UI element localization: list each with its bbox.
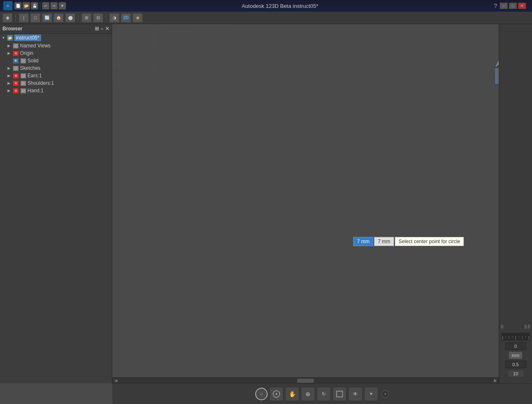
- browser-ctrl-icon1[interactable]: ⊞: [95, 26, 99, 32]
- measurement-tooltip: Select center point for circle: [395, 237, 464, 246]
- tree-item-solid[interactable]: 👁 □ Solid: [0, 57, 112, 64]
- tree-item-hand[interactable]: ▶ ✕ □ Hand:1: [0, 87, 112, 94]
- tb-shade1[interactable]: ◑: [109, 13, 119, 22]
- measurement-value1[interactable]: 7 mm: [353, 237, 373, 246]
- maximize-button[interactable]: □: [509, 2, 517, 9]
- svg-rect-36: [337, 391, 342, 397]
- sketches-label: Sketches: [20, 65, 40, 71]
- hand-icon: ✕: [13, 88, 19, 94]
- measurement-overlay: 7 mm 7 mm Select center point for circle: [353, 237, 464, 246]
- svg-point-35: [276, 393, 277, 395]
- shoulders-box-icon: □: [20, 81, 26, 86]
- ruler-input1[interactable]: 0: [505, 342, 526, 350]
- sketches-icon: □: [13, 66, 19, 71]
- tree-item-shoulders[interactable]: ▶ ✕ □ Shoulders:1: [0, 79, 112, 87]
- browser-title: Browser: [2, 26, 22, 32]
- redo-button[interactable]: ↪: [50, 2, 58, 10]
- solid-eye-icon: 👁: [13, 58, 19, 64]
- browser-header: Browser ⊞ – ✕: [0, 24, 112, 34]
- tb-star[interactable]: ★: [133, 13, 143, 22]
- origin-icon: ✕: [13, 51, 19, 56]
- expand-icon-sketches: ▶: [7, 66, 12, 70]
- ruler-section: 0 3.5 0 mm 0.5 10: [499, 323, 532, 377]
- tree-item-root[interactable]: ▼ 📁 instruct05*: [0, 34, 112, 42]
- ruler-input2[interactable]: 0.5: [505, 361, 526, 368]
- ears-box-icon: □: [20, 73, 26, 79]
- measurement-value2: 7 mm: [374, 237, 394, 246]
- more-button[interactable]: ▼: [59, 2, 66, 10]
- tb-action3[interactable]: 🔄: [42, 13, 52, 22]
- expand-icon-shoulders: ▶: [7, 81, 12, 85]
- ears-label: Ears:1: [27, 73, 42, 79]
- circle-tool-button[interactable]: [269, 387, 283, 401]
- right-panel: 0 3.5 0 mm 0.5 10: [499, 24, 532, 383]
- expand-icon-root: ▼: [2, 36, 6, 40]
- orbit-button[interactable]: ↻: [317, 387, 331, 401]
- help-icon[interactable]: ?: [494, 2, 497, 9]
- scale-value: 10: [507, 370, 524, 377]
- hand-box-icon: □: [20, 88, 26, 94]
- main-canvas[interactable]: TOP FRONT RIGHT 7 mm 7 mm Select center …: [112, 24, 532, 383]
- root-label: instruct05*: [14, 34, 41, 41]
- tree-item-sketches[interactable]: ▶ □ Sketches: [0, 64, 112, 72]
- bottom-scrollbar[interactable]: ◀ ▶: [112, 377, 499, 383]
- title-bar: A 📄 📂 💾 ↩ ↪ ▼ Autodesk 123D Beta instruc…: [0, 0, 532, 12]
- minimize-button[interactable]: –: [500, 2, 508, 9]
- shoulders-label: Shoulders:1: [27, 80, 54, 86]
- secondary-toolbar: ◉ | ⬡ 🔄 🏠 ⬤ ⊞ ⊟ ◑ 2D ★: [0, 12, 532, 24]
- shoulders-icon: ✕: [13, 81, 19, 86]
- tb-frame[interactable]: ⊞: [81, 13, 91, 22]
- browser-panel: Browser ⊞ – ✕ ▼ 📁 instruct05* ▶ □ Named …: [0, 24, 112, 383]
- ears-icon: ✕: [13, 73, 19, 79]
- frame-tool-button[interactable]: [332, 387, 347, 401]
- app-logo: A 📄 📂 💾 ↩ ↪ ▼: [0, 1, 66, 10]
- tb-action4[interactable]: 🏠: [54, 13, 64, 22]
- grid-overlay: [112, 24, 237, 86]
- named-views-label: Named Views: [20, 43, 51, 49]
- eye-tool-button[interactable]: 👁: [348, 387, 362, 401]
- ruler-value2: 3.5: [525, 325, 530, 329]
- undo-button[interactable]: ↩: [42, 2, 49, 10]
- zoom-fit-button[interactable]: ⊕: [301, 387, 315, 401]
- tree-item-origin[interactable]: ▶ ✕ Origin: [0, 49, 112, 57]
- ruler-scale: 0 3.5: [501, 323, 530, 331]
- more-tools-button[interactable]: ▼: [364, 387, 378, 401]
- options-circle-button[interactable]: ●: [382, 390, 389, 398]
- tree-item-named-views[interactable]: ▶ □ Named Views: [0, 42, 112, 49]
- ruler-ticks: [501, 333, 530, 341]
- ruler-value1: 0: [501, 325, 504, 329]
- browser-close-icon[interactable]: ✕: [105, 26, 109, 32]
- tb-action5[interactable]: ⬤: [65, 13, 75, 22]
- svg-rect-1: [112, 24, 237, 86]
- tree-item-ears[interactable]: ▶ ✕ □ Ears:1: [0, 72, 112, 79]
- window-controls: – □ ✕: [500, 2, 529, 9]
- hand-label: Hand:1: [27, 88, 44, 94]
- tb-split[interactable]: ⊟: [93, 13, 103, 22]
- tb-action1[interactable]: |: [19, 13, 29, 22]
- mode-button[interactable]: ◉: [2, 13, 12, 22]
- named-views-icon: □: [13, 43, 19, 49]
- solid-label: Solid: [27, 58, 39, 64]
- expand-icon-origin: ▶: [7, 51, 12, 55]
- expand-icon-hand: ▶: [7, 89, 12, 93]
- open-button[interactable]: 📂: [22, 2, 30, 10]
- save-button[interactable]: 💾: [31, 2, 38, 10]
- new-button[interactable]: 📄: [14, 2, 22, 10]
- close-button[interactable]: ✕: [518, 2, 526, 9]
- root-icon: 📁: [7, 35, 13, 41]
- origin-label: Origin: [20, 50, 33, 56]
- select-tool-button[interactable]: ○: [255, 388, 268, 400]
- expand-icon-ears: ▶: [7, 74, 12, 78]
- bottom-toolbar: ○ ✋ ⊕ ↻ 👁 ▼ ●: [112, 383, 532, 404]
- browser-ctrl-icon2[interactable]: –: [101, 26, 103, 32]
- window-title: Autodesk 123D Beta instruct05*: [66, 3, 494, 9]
- browser-controls: ⊞ – ✕: [95, 26, 109, 32]
- pan-tool-button[interactable]: ✋: [285, 387, 299, 401]
- unit-label: mm: [509, 352, 522, 359]
- tb-action2[interactable]: ⬡: [30, 13, 40, 22]
- expand-icon-named-views: ▶: [7, 44, 12, 48]
- solid-box-icon: □: [20, 58, 26, 64]
- tb-2d[interactable]: 2D: [121, 13, 131, 22]
